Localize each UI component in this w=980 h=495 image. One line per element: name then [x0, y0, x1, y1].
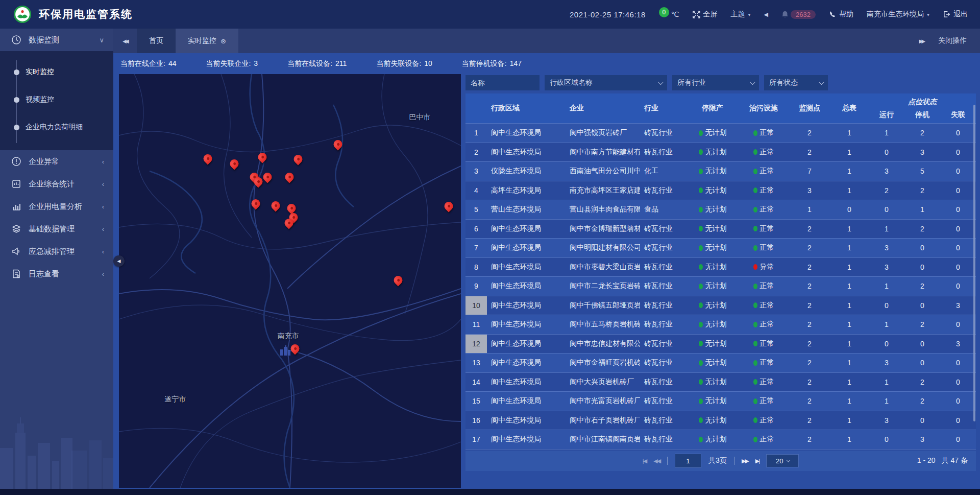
table-scrollbar[interactable] [973, 105, 975, 421]
theme-dropdown[interactable]: 主题 ▾ [731, 10, 751, 19]
status-dot-icon [699, 187, 703, 193]
close-operations-button[interactable]: 关闭操作 [938, 36, 967, 45]
next-page-button[interactable]: ▶▶ [742, 458, 748, 464]
sound-toggle[interactable]: ◀ [764, 11, 768, 18]
map-collapse-button[interactable]: ◀ [113, 255, 125, 267]
tab-home[interactable]: 首页 [137, 29, 176, 53]
table-row[interactable]: 9 阆中生态环境局 阆中市二龙长宝页岩砖 砖瓦行业 无计划 正常 2 1 1 2… [465, 276, 976, 296]
table-row[interactable]: 6 阆中生态环境局 阆中市金博瑞新型墙材 砖瓦行业 无计划 正常 2 1 1 2… [465, 219, 976, 239]
cell-meter: 1 [830, 148, 869, 156]
cell-points: 2 [789, 378, 830, 386]
production-status-label: 无计划 [705, 128, 727, 137]
cell-facility-status: 正常 [738, 396, 789, 406]
cell-company: 阆中市忠信建材有限公 [552, 339, 640, 348]
page-size-select[interactable]: 20 [766, 454, 799, 467]
cell-points: 2 [789, 359, 830, 367]
right-panel: 行政区域名称 所有行业 所有状态 行政区域 企业 行业 [465, 74, 976, 488]
status-filter-select[interactable]: 所有状态 [764, 75, 828, 90]
cell-points: 2 [789, 301, 830, 310]
table-row[interactable]: 7 阆中生态环境局 阆中明阳建材有限公司 砖瓦行业 无计划 正常 2 1 3 0… [465, 238, 976, 257]
cell-meter: 1 [830, 378, 869, 386]
sidebar-item-enterprise-anomaly[interactable]: 企业异常 ‹ [0, 150, 113, 173]
organization-dropdown[interactable]: 南充市生态环境局 ▾ [867, 10, 929, 19]
table-row[interactable]: 15 阆中生态环境局 阆中市光富页岩机砖厂 砖瓦行业 无计划 正常 2 1 1 … [465, 391, 976, 411]
logout-button[interactable]: 退出 [943, 10, 968, 19]
prev-page-button[interactable]: ◀◀ [653, 458, 660, 464]
cell-facility-status: 正常 [738, 301, 789, 310]
close-icon[interactable]: ⊗ [220, 37, 226, 45]
table-row[interactable]: 4 高坪生态环境局 南充市高坪区王家店建 砖瓦行业 无计划 正常 3 1 2 2… [465, 181, 976, 200]
row-number: 6 [465, 220, 487, 239]
column-header-stopped: 停机 [904, 107, 940, 123]
tab-scroll-right-button[interactable]: ▶▶ [919, 38, 924, 44]
status-dot-icon [699, 149, 703, 155]
table-row[interactable]: 17 阆中生态环境局 阆中市江南镇阆南页岩 砖瓦行业 无计划 正常 2 1 0 … [465, 430, 976, 449]
sidebar-item-log-view[interactable]: 日志查看 ‹ [0, 263, 113, 285]
facility-status-label: 异常 [760, 263, 774, 272]
cell-offline: 0 [940, 435, 976, 443]
cell-stopped: 0 [904, 359, 940, 367]
status-dot-icon [699, 264, 703, 270]
first-page-button[interactable]: |◀ [643, 458, 646, 464]
sidebar-submenu: 实时监控视频监控企业电力负荷明细 [0, 51, 113, 150]
status-dot-icon [699, 437, 703, 442]
cell-stopped: 0 [904, 340, 940, 348]
sidebar-item-emergency-reduction[interactable]: 应急减排管理 ‹ [0, 240, 113, 263]
stats-bar: 当前在线企业: 44 当前失联企业: 3 当前在线设备: 211 当前失联设备:… [113, 53, 980, 74]
map-panel[interactable]: 巴中市南充市遂宁市 ◀ [119, 74, 461, 488]
sidebar-item-base-data[interactable]: 基础数据管理 ‹ [0, 218, 113, 240]
facility-status-label: 正常 [760, 378, 774, 387]
notification-area[interactable]: 2632 [781, 10, 816, 19]
industry-filter-select[interactable]: 所有行业 [672, 75, 759, 90]
sidebar-item-enterprise-statistics[interactable]: 企业综合统计 ‹ [0, 173, 113, 195]
table-row[interactable]: 8 阆中生态环境局 阆中市枣碧大梁山页岩 砖瓦行业 无计划 异常 2 1 3 0… [465, 257, 976, 277]
cell-offline: 0 [940, 359, 976, 367]
cell-points: 2 [789, 282, 830, 290]
table-row[interactable]: 12 阆中生态环境局 阆中市忠信建材有限公 砖瓦行业 无计划 正常 2 1 0 … [465, 334, 976, 353]
sidebar-subitem[interactable]: 视频监控 [0, 86, 113, 113]
facility-status-label: 正常 [760, 358, 774, 367]
region-filter-select[interactable]: 行政区域名称 [545, 75, 667, 90]
help-button[interactable]: 帮助 [829, 10, 853, 19]
bell-icon [781, 11, 789, 18]
cell-production-status: 无计划 [687, 396, 738, 406]
cell-company: 阆中市二龙长宝页岩砖 [552, 281, 640, 291]
cell-facility-status: 正常 [738, 435, 789, 444]
table-row[interactable]: 5 营山生态环境局 营山县润丰肉食品有限 食品 无计划 正常 1 0 0 1 0 [465, 200, 976, 219]
status-dot-icon [699, 360, 703, 366]
table-body: 1 阆中生态环境局 阆中强锐页岩砖厂 砖瓦行业 无计划 正常 2 1 1 2 0 [465, 123, 976, 451]
cell-points: 2 [789, 320, 830, 328]
sidebar-item-data-monitoring[interactable]: 数据监测 ∨ [0, 29, 113, 51]
cell-facility-status: 正常 [738, 224, 789, 233]
table-row[interactable]: 10 阆中生态环境局 阆中千佛镇五郎垭页岩 砖瓦行业 无计划 正常 2 1 0 … [465, 296, 976, 315]
table-row[interactable]: 3 仪陇生态环境局 西南油气田分公司川中 化工 无计划 正常 7 1 3 5 0 [465, 161, 976, 181]
cell-stopped: 3 [904, 435, 940, 443]
tab-realtime-monitoring[interactable]: 实时监控 ⊗ [176, 29, 238, 53]
map-city-label: 巴中市 [409, 113, 431, 122]
table-row[interactable]: 14 阆中生态环境局 阆中大兴页岩机砖厂 砖瓦行业 无计划 正常 2 1 1 2… [465, 372, 976, 392]
page-number-input[interactable] [675, 454, 701, 468]
tab-scroll-left-button[interactable]: ◀◀ [113, 29, 137, 53]
stat-label: 当前失联设备: [376, 59, 421, 68]
row-number: 4 [465, 181, 487, 200]
cell-running: 1 [869, 282, 904, 290]
sidebar-subitem[interactable]: 企业电力负荷明细 [0, 113, 113, 141]
table-row[interactable]: 13 阆中生态环境局 阆中市金福旺页岩机砖 砖瓦行业 无计划 正常 2 1 3 … [465, 353, 976, 372]
sidebar-subitem[interactable]: 实时监控 [0, 58, 113, 86]
cell-stopped: 5 [904, 167, 940, 175]
cell-production-status: 无计划 [687, 320, 738, 329]
table-row[interactable]: 1 阆中生态环境局 阆中强锐页岩砖厂 砖瓦行业 无计划 正常 2 1 1 2 0 [465, 123, 976, 143]
fullscreen-button[interactable]: 全屏 [693, 10, 718, 19]
sidebar-item-power-analysis[interactable]: 企业用电量分析 ‹ [0, 195, 113, 218]
name-filter-input[interactable] [465, 75, 540, 90]
cell-meter: 1 [830, 320, 869, 328]
table-row[interactable]: 16 阆中生态环境局 阆中市石子页岩机砖厂 砖瓦行业 无计划 正常 2 1 3 … [465, 411, 976, 430]
table-row[interactable]: 2 阆中生态环境局 阆中市南方节能建材有 砖瓦行业 无计划 正常 2 1 0 3… [465, 143, 976, 162]
production-status-label: 无计划 [705, 416, 727, 425]
status-dot-icon [753, 322, 757, 327]
column-header-company: 企业 [552, 93, 640, 123]
cell-production-status: 无计划 [687, 224, 738, 233]
last-page-button[interactable]: ▶| [755, 458, 759, 464]
table-row[interactable]: 11 阆中生态环境局 阆中市五马桥页岩机砖 砖瓦行业 无计划 正常 2 1 1 … [465, 315, 976, 334]
cell-facility-status: 正常 [738, 243, 789, 252]
